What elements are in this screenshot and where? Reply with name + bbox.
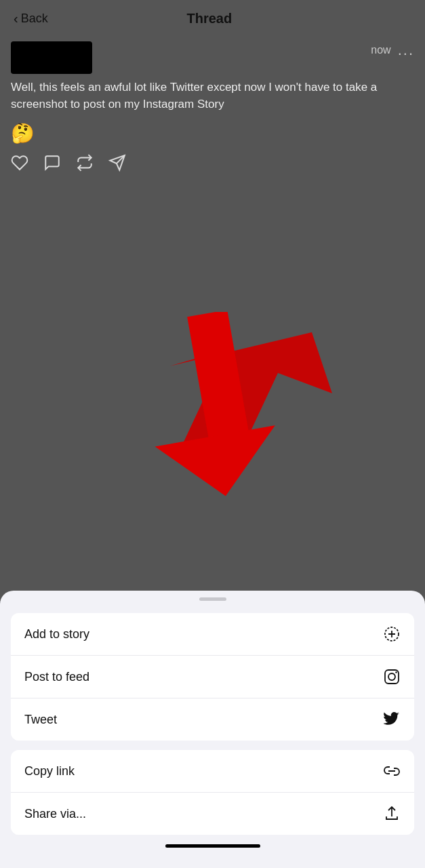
svg-marker-3 <box>169 332 332 481</box>
add-to-story-button[interactable]: Add to story <box>11 613 414 656</box>
svg-point-10 <box>388 673 395 680</box>
svg-marker-5 <box>155 425 286 502</box>
repost-button[interactable] <box>76 154 94 176</box>
post-header: now ... <box>11 41 414 74</box>
post-to-feed-button[interactable]: Post to feed <box>11 656 414 698</box>
annotation-arrow <box>122 326 339 502</box>
avatar <box>11 41 92 74</box>
comment-button[interactable] <box>43 154 61 176</box>
back-chevron-icon: ‹ <box>14 11 18 26</box>
post-emoji: 🤔 <box>11 122 414 144</box>
share-via-icon <box>383 805 401 823</box>
more-options-button[interactable]: ... <box>398 41 414 59</box>
tweet-label: Tweet <box>24 713 57 727</box>
share-options-group-1: Add to story Post to feed Tweet <box>11 613 414 741</box>
back-label: Back <box>21 12 48 26</box>
copy-link-button[interactable]: Copy link <box>11 750 414 793</box>
add-to-story-label: Add to story <box>24 627 89 642</box>
share-via-label: Share via... <box>24 807 86 821</box>
share-options-group-2: Copy link Share via... <box>11 750 414 835</box>
post-meta: now ... <box>371 41 414 59</box>
share-post-button[interactable] <box>108 154 126 176</box>
twitter-icon <box>383 711 401 728</box>
red-arrow-annotation <box>108 312 339 502</box>
post-content: now ... Well, this feels an awful lot li… <box>0 35 425 176</box>
action-icons-row <box>11 154 414 176</box>
sheet-handle <box>199 597 226 601</box>
like-button[interactable] <box>11 154 28 176</box>
svg-point-11 <box>395 671 397 673</box>
tweet-button[interactable]: Tweet <box>11 698 414 741</box>
svg-rect-4 <box>187 312 251 450</box>
page-title: Thread <box>187 11 232 26</box>
post-to-feed-label: Post to feed <box>24 670 89 684</box>
back-button[interactable]: ‹ Back <box>14 11 48 26</box>
copy-link-label: Copy link <box>24 764 75 778</box>
link-icon <box>383 762 401 780</box>
post-text: Well, this feels an awful lot like Twitt… <box>11 79 414 113</box>
top-navigation: ‹ Back Thread <box>0 0 425 35</box>
home-indicator <box>165 844 260 848</box>
instagram-icon <box>383 668 401 686</box>
post-time: now <box>371 44 390 56</box>
share-via-button[interactable]: Share via... <box>11 793 414 835</box>
bottom-sheet: Add to story Post to feed Tweet <box>0 591 425 868</box>
add-story-icon <box>383 625 401 643</box>
